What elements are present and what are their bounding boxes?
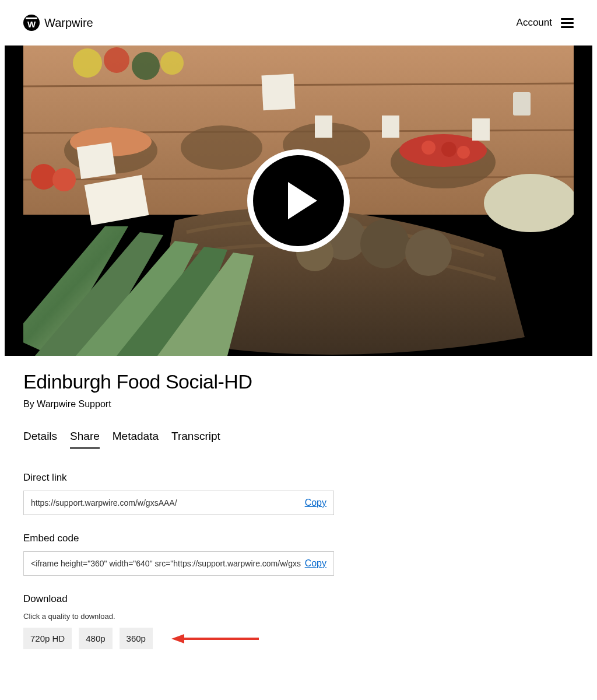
tab-details[interactable]: Details [23, 430, 57, 449]
svg-point-10 [422, 141, 436, 155]
svg-rect-22 [315, 116, 332, 138]
brand-name: Warpwire [44, 16, 93, 30]
embed-code-input[interactable] [31, 559, 305, 568]
quality-buttons: 720p HD 480p 360p [23, 628, 574, 649]
tabs: Details Share Metadata Transcript [23, 430, 574, 449]
brand-logo[interactable]: W Warpwire [23, 15, 93, 31]
header-right: Account [517, 17, 574, 29]
svg-point-6 [181, 125, 262, 170]
embed-code-label: Embed code [23, 533, 574, 544]
svg-marker-32 [171, 634, 184, 643]
svg-rect-30 [513, 92, 531, 116]
svg-rect-23 [382, 116, 399, 138]
svg-point-18 [31, 164, 57, 190]
quality-720p[interactable]: 720p HD [23, 628, 72, 649]
video-player [5, 46, 592, 356]
content-area: Edinburgh Food Social-HD By Warpwire Sup… [0, 356, 597, 681]
svg-point-16 [132, 52, 160, 80]
download-section: Download Click a quality to download. 72… [23, 593, 574, 649]
arrow-annotation-icon [171, 633, 259, 645]
tab-share[interactable]: Share [70, 430, 100, 449]
svg-point-14 [73, 48, 102, 78]
svg-point-17 [160, 51, 184, 75]
quality-480p[interactable]: 480p [79, 628, 112, 649]
copy-embed-code[interactable]: Copy [305, 558, 326, 569]
embed-code-section: Embed code Copy [23, 533, 574, 576]
play-button[interactable] [247, 149, 350, 252]
direct-link-row: Copy [23, 491, 334, 515]
svg-point-28 [405, 229, 452, 276]
svg-point-19 [52, 168, 76, 191]
direct-link-label: Direct link [23, 472, 574, 484]
download-hint: Click a quality to download. [23, 612, 574, 621]
svg-rect-20 [261, 74, 295, 111]
svg-point-11 [441, 142, 456, 157]
svg-point-13 [484, 174, 574, 232]
hamburger-menu-icon[interactable] [561, 18, 574, 28]
account-link[interactable]: Account [517, 17, 552, 29]
download-label: Download [23, 593, 574, 605]
svg-point-15 [104, 47, 129, 73]
direct-link-section: Direct link Copy [23, 472, 574, 515]
play-icon [253, 155, 344, 246]
video-byline: By Warpwire Support [23, 399, 574, 410]
copy-direct-link[interactable]: Copy [305, 498, 326, 508]
tab-metadata[interactable]: Metadata [113, 430, 159, 449]
quality-360p[interactable]: 360p [120, 628, 153, 649]
video-frame [23, 46, 574, 356]
svg-point-27 [360, 219, 409, 268]
tab-transcript[interactable]: Transcript [171, 430, 220, 449]
embed-code-row: Copy [23, 551, 334, 576]
svg-point-12 [457, 146, 470, 159]
brand-logo-icon: W [23, 15, 40, 31]
svg-rect-21 [77, 142, 116, 179]
direct-link-input[interactable] [31, 498, 305, 508]
header: W Warpwire Account [0, 0, 597, 46]
video-title: Edinburgh Food Social-HD [23, 370, 574, 393]
svg-rect-24 [472, 118, 490, 141]
